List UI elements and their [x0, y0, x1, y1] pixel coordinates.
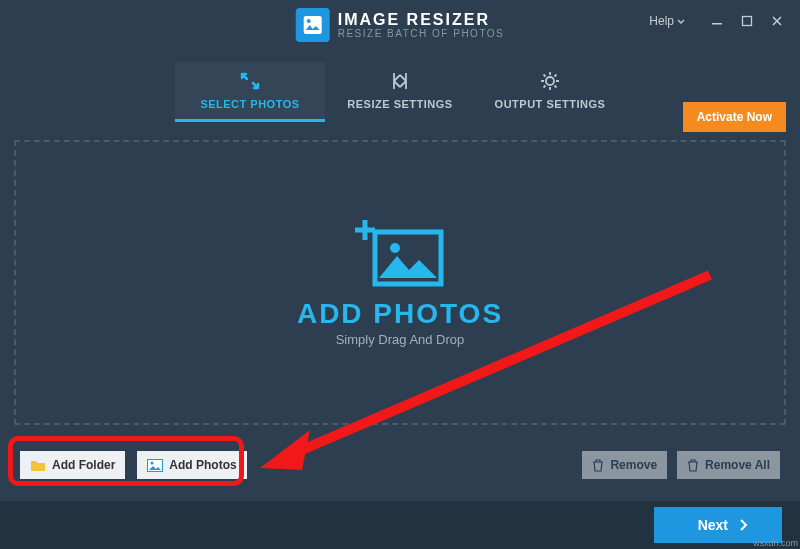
activate-label: Activate Now — [697, 110, 772, 124]
tab-label: RESIZE SETTINGS — [347, 98, 452, 110]
activate-button[interactable]: Activate Now — [683, 102, 786, 132]
svg-rect-1 — [743, 17, 752, 26]
svg-point-3 — [307, 19, 311, 23]
trash-icon — [687, 459, 699, 472]
svg-point-8 — [151, 461, 154, 464]
app-logo: IMAGE RESIZER RESIZE BATCH OF PHOTOS — [296, 8, 505, 42]
button-label: Remove All — [705, 458, 770, 472]
minimize-button[interactable] — [702, 9, 732, 33]
chevron-down-icon — [676, 16, 686, 26]
trash-icon — [592, 459, 604, 472]
button-label: Remove — [610, 458, 657, 472]
app-logo-icon — [296, 8, 330, 42]
app-title: IMAGE RESIZER — [338, 11, 505, 29]
footer: Next — [0, 501, 800, 549]
close-button[interactable] — [762, 9, 792, 33]
button-label: Next — [698, 517, 728, 533]
tab-output-settings[interactable]: OUTPUT SETTINGS — [475, 62, 625, 122]
resize-icon — [388, 70, 412, 92]
drop-title: ADD PHOTOS — [297, 298, 503, 330]
folder-icon — [30, 459, 46, 472]
tab-resize-settings[interactable]: RESIZE SETTINGS — [325, 62, 475, 122]
svg-rect-0 — [712, 23, 722, 25]
help-menu[interactable]: Help — [641, 10, 694, 32]
tab-label: SELECT PHOTOS — [200, 98, 299, 110]
maximize-button[interactable] — [732, 9, 762, 33]
toolbar: Add Folder Add Photos Remove Remove All — [0, 451, 800, 479]
svg-rect-2 — [304, 16, 322, 34]
svg-point-6 — [390, 243, 400, 253]
app-window: Help IMAGE RESIZER RESIZE BATCH OF PHOTO… — [0, 0, 800, 549]
add-folder-button[interactable]: Add Folder — [20, 451, 125, 479]
app-subtitle: RESIZE BATCH OF PHOTOS — [338, 28, 505, 39]
chevron-right-icon — [738, 519, 748, 531]
select-icon — [238, 70, 262, 92]
remove-all-button[interactable]: Remove All — [677, 451, 780, 479]
help-label: Help — [649, 14, 674, 28]
remove-button[interactable]: Remove — [582, 451, 667, 479]
tab-bar: SELECT PHOTOS RESIZE SETTINGS OUTPUT SET… — [0, 62, 800, 122]
button-label: Add Folder — [52, 458, 115, 472]
output-icon — [538, 70, 562, 92]
add-photos-button[interactable]: Add Photos — [137, 451, 246, 479]
button-label: Add Photos — [169, 458, 236, 472]
drop-zone[interactable]: ADD PHOTOS Simply Drag And Drop — [14, 140, 786, 425]
svg-point-4 — [546, 77, 554, 85]
add-photos-icon — [355, 218, 445, 288]
tab-select-photos[interactable]: SELECT PHOTOS — [175, 62, 325, 122]
tab-label: OUTPUT SETTINGS — [495, 98, 606, 110]
photo-icon — [147, 459, 163, 472]
watermark: wsxdn.com — [753, 538, 798, 548]
drop-subtitle: Simply Drag And Drop — [336, 332, 465, 347]
